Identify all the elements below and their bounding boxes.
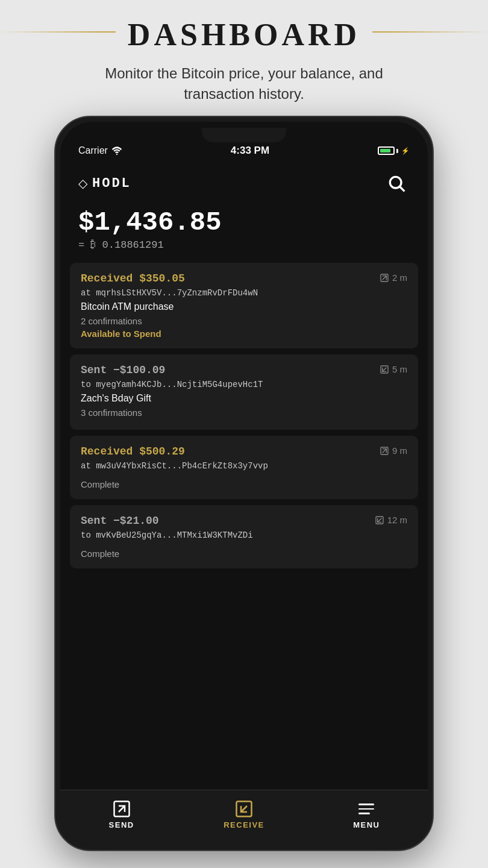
- svg-point-1: [390, 177, 401, 189]
- tx-time-4: 12 m: [375, 515, 407, 525]
- transaction-item-1[interactable]: Received $350.05 2 m at mqrhsLStHXV5V...…: [70, 263, 418, 348]
- battery-indicator: ⚡: [378, 146, 410, 155]
- page-title: DASHBOARD: [116, 17, 372, 52]
- logo-text: HODL: [92, 176, 131, 191]
- carrier-info: Carrier: [78, 145, 122, 156]
- battery-fill: [380, 149, 390, 153]
- tx-row-top-2: Sent −$100.09 5 m: [81, 364, 407, 376]
- send-nav-label: SEND: [109, 820, 134, 829]
- tx-time-2: 5 m: [380, 364, 407, 374]
- status-bar: Carrier 4:33 PM ⚡: [60, 142, 428, 162]
- menu-nav-icon: [357, 800, 375, 818]
- tx-row-top-3: Received $500.29 9 m: [81, 445, 407, 458]
- tx-amount-2: Sent −$100.09: [81, 364, 165, 376]
- transaction-item-2[interactable]: Sent −$100.09 5 m to myegYamh4KCJb...Ncj…: [70, 354, 418, 430]
- tx-icon-2: [380, 365, 389, 374]
- logo-area: ◇ HODL: [78, 176, 131, 191]
- tx-icon-1: [380, 273, 389, 283]
- tx-address-2: to myegYamh4KCJb...NcjtiM5G4upevHc1T: [81, 380, 407, 389]
- search-button[interactable]: [383, 170, 410, 197]
- tx-status-3: Complete: [81, 479, 407, 489]
- wifi-icon: [111, 146, 122, 155]
- tx-time-3: 9 m: [380, 445, 407, 456]
- tx-confirmations-1: 2 confirmations: [81, 316, 407, 326]
- search-icon: [387, 174, 406, 193]
- tx-confirmations-2: 3 confirmations: [81, 407, 407, 418]
- receive-nav-label: RECEIVE: [224, 820, 264, 829]
- phone-device: Carrier 4:33 PM ⚡: [54, 116, 434, 851]
- svg-line-2: [400, 187, 404, 191]
- app-content: ◇ HODL $1,436.85 = ₿ 0.18861291: [60, 162, 428, 845]
- phone-screen: Carrier 4:33 PM ⚡: [60, 122, 428, 845]
- carrier-text: Carrier: [78, 145, 108, 156]
- transactions-list: Received $350.05 2 m at mqrhsLStHXV5V...…: [60, 263, 428, 790]
- tx-label-1: Bitcoin ATM purchase: [81, 301, 407, 312]
- notch-area: [60, 122, 428, 142]
- notch: [202, 128, 286, 142]
- balance-usd: $1,436.85: [78, 207, 410, 237]
- tx-address-1: at mqrhsLStHXV5V...7yZnzmRvDrFDu4wN: [81, 288, 407, 298]
- tx-icon-4: [375, 515, 384, 525]
- tx-label-2: Zach's Bday Gift: [81, 393, 407, 404]
- nav-send[interactable]: SEND: [60, 796, 183, 833]
- tx-time-label-3: 9 m: [392, 445, 407, 456]
- tx-address-3: at mw3uV4YbxRisCt...Pb4cErkZt8x3y7vvp: [81, 461, 407, 471]
- receive-nav-icon: [235, 800, 253, 818]
- hamburger-icon: [358, 804, 374, 814]
- nav-menu[interactable]: MENU: [305, 796, 428, 833]
- tx-row-top-4: Sent −$21.00 12 m: [81, 515, 407, 527]
- tx-time-label-2: 5 m: [392, 364, 407, 374]
- tx-address-4: to mvKvBeU25gqYa...MTMxi1W3KTMvZDi: [81, 530, 407, 540]
- tx-row-top-1: Received $350.05 2 m: [81, 272, 407, 285]
- tx-status-4: Complete: [81, 549, 407, 559]
- tx-icon-3: [380, 446, 389, 456]
- tx-time-label-4: 12 m: [387, 515, 407, 525]
- menu-nav-label: MENU: [353, 820, 380, 829]
- page-header: DASHBOARD Monitor the Bitcoin price, you…: [0, 0, 488, 116]
- svg-point-0: [116, 154, 117, 155]
- tx-status-1: Available to Spend: [81, 329, 407, 339]
- app-header: ◇ HODL: [60, 162, 428, 203]
- battery-charging-icon: ⚡: [401, 147, 410, 155]
- send-nav-icon: [113, 800, 131, 818]
- balance-btc: = ₿ 0.18861291: [78, 239, 410, 251]
- tx-amount-3: Received $500.29: [81, 445, 185, 458]
- receive-icon: [235, 800, 253, 818]
- nav-receive[interactable]: RECEIVE: [183, 796, 305, 833]
- tx-amount-4: Sent −$21.00: [81, 515, 159, 527]
- tx-time-1: 2 m: [380, 272, 407, 283]
- transaction-item-3[interactable]: Received $500.29 9 m at mw3uV4YbxRisCt..…: [70, 436, 418, 499]
- battery-body: [378, 146, 395, 155]
- status-time: 4:33 PM: [231, 145, 269, 157]
- tx-time-label-1: 2 m: [392, 272, 407, 283]
- transaction-item-4[interactable]: Sent −$21.00 12 m to mvKvBeU25gqYa...MTM…: [70, 505, 418, 568]
- page-subtitle: Monitor the Bitcoin price, your balance,…: [75, 63, 413, 104]
- bottom-nav: SEND RECEIVE: [60, 790, 428, 845]
- send-icon: [113, 800, 131, 818]
- logo-diamond-icon: ◇: [78, 176, 87, 190]
- battery-tip: [396, 149, 398, 153]
- tx-amount-1: Received $350.05: [81, 272, 185, 285]
- balance-area: $1,436.85 = ₿ 0.18861291: [60, 203, 428, 263]
